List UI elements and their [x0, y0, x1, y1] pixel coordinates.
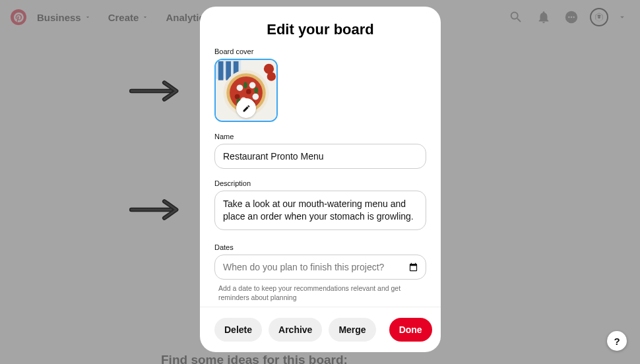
svg-point-23 — [267, 72, 276, 80]
modal-title: Edit your board — [200, 7, 441, 47]
svg-point-16 — [235, 94, 240, 100]
description-input[interactable] — [214, 191, 426, 230]
archive-button[interactable]: Archive — [269, 318, 322, 342]
svg-point-14 — [253, 94, 259, 100]
dates-helper: Add a date to keep your recommendations … — [214, 280, 426, 302]
svg-point-19 — [243, 82, 247, 89]
delete-button[interactable]: Delete — [214, 318, 262, 342]
annotation-arrow — [125, 78, 191, 104]
modal-footer: Delete Archive Merge Done — [200, 307, 441, 352]
done-button[interactable]: Done — [389, 318, 432, 342]
svg-point-20 — [254, 87, 258, 94]
edit-board-modal: Edit your board Board cover — [200, 7, 441, 352]
dates-input[interactable] — [214, 255, 426, 280]
svg-point-13 — [249, 82, 256, 89]
help-fab[interactable]: ? — [607, 331, 627, 351]
svg-point-12 — [237, 84, 243, 91]
svg-point-17 — [246, 89, 251, 94]
name-input[interactable] — [214, 144, 426, 169]
calendar-icon[interactable] — [408, 262, 418, 272]
board-cover-label: Board cover — [214, 47, 426, 55]
pencil-icon — [242, 104, 251, 113]
merge-button[interactable]: Merge — [329, 318, 375, 342]
modal-body: Board cover — [200, 47, 441, 307]
svg-rect-6 — [218, 61, 224, 80]
annotation-arrow — [125, 197, 191, 223]
edit-cover-button[interactable] — [236, 98, 256, 118]
dates-label: Dates — [214, 243, 426, 251]
name-label: Name — [214, 133, 426, 140]
board-cover[interactable] — [214, 59, 278, 122]
description-label: Description — [214, 179, 426, 187]
